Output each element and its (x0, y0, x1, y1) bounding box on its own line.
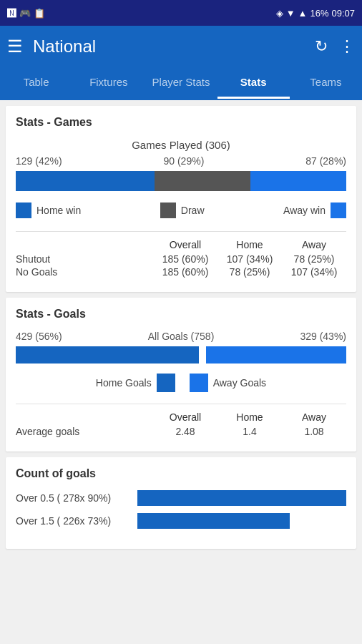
count-over15-label: Over 1.5 ( 226x 73%) (16, 515, 137, 527)
draw-percent: 90 (29%) (163, 155, 204, 167)
count-over15-bar (137, 513, 290, 529)
legend-draw-label: Draw (181, 205, 205, 216)
count-goals-title: Count of goals (16, 467, 346, 480)
shutout-overall: 185 (60%) (153, 253, 217, 265)
legend-away-box (331, 203, 346, 218)
goals-legend-away: Away Goals (190, 374, 266, 392)
goals-legend-away-label: Away Goals (213, 377, 266, 389)
tab-table[interactable]: Table (0, 67, 72, 99)
count-over05-row: Over 0.5 ( 278x 90%) (16, 490, 346, 506)
tab-bar: Table Fixtures Player Stats Stats Teams (0, 67, 362, 100)
network-icon: ▲ (298, 8, 308, 19)
avg-goals-overall: 2.48 (153, 426, 217, 437)
goals-legend: Home Goals Away Goals (16, 374, 346, 392)
goals-header-row: Overall Home Away (16, 411, 346, 423)
stats-goals-title: Stats - Goals (16, 308, 346, 321)
avg-goals-away: 1.08 (282, 426, 346, 437)
tab-stats[interactable]: Stats (217, 67, 290, 99)
home-goals-count: 429 (56%) (16, 331, 62, 342)
count-over15-row: Over 1.5 ( 226x 73%) (16, 513, 346, 529)
tab-fixtures[interactable]: Fixtures (72, 67, 145, 99)
shutout-row: Shutout 185 (60%) 107 (34%) 78 (25%) (16, 253, 346, 265)
legend-away: Away win (283, 203, 346, 218)
all-goals-label: All Goals (758) (148, 331, 215, 342)
app-icon-2: 🎮 (19, 8, 31, 19)
legend-home: Home win (16, 203, 81, 218)
col-home: Home (217, 239, 282, 250)
signal-icon: ◈ (276, 8, 283, 19)
goals-legend-home-box (157, 374, 175, 392)
draw-bar (155, 171, 250, 191)
avg-goals-home: 1.4 (217, 426, 282, 437)
games-played-label: Games Played (306) (16, 139, 346, 151)
count-over05-bar (137, 490, 346, 506)
stats-games-card: Stats - Games Games Played (306) 129 (42… (6, 106, 356, 292)
goals-legend-home: Home Goals (96, 374, 175, 392)
toolbar: ☰ National ↻ ⋮ (0, 26, 362, 67)
app-icon-3: 📋 (34, 8, 45, 19)
more-icon[interactable]: ⋮ (339, 37, 355, 56)
goals-col-away: Away (282, 411, 346, 423)
away-bar (250, 171, 346, 191)
shutout-home: 107 (34%) (217, 253, 282, 265)
avg-goals-label: Average goals (16, 426, 153, 437)
status-right-icons: ◈ ▼ ▲ 16% 09:07 (276, 8, 355, 19)
nogoals-row: No Goals 185 (60%) 78 (25%) 107 (34%) (16, 266, 346, 278)
legend-home-label: Home win (36, 205, 81, 216)
divider-2 (16, 404, 346, 404)
shutout-away: 78 (25%) (282, 253, 346, 265)
avg-goals-row: Average goals 2.48 1.4 1.08 (16, 426, 346, 437)
shutout-table: Overall Home Away Shutout 185 (60%) 107 … (16, 239, 346, 278)
legend-draw-box (160, 203, 176, 218)
time-text: 09:07 (331, 8, 355, 19)
toolbar-actions: ↻ ⋮ (315, 37, 355, 56)
count-over05-label: Over 0.5 ( 278x 90%) (16, 492, 137, 504)
menu-icon[interactable]: ☰ (7, 36, 23, 57)
legend-away-label: Away win (283, 205, 326, 216)
games-bar (16, 171, 346, 191)
games-legend: Home win Draw Away win (16, 203, 346, 218)
col-away: Away (282, 239, 346, 250)
col-overall: Overall (153, 239, 217, 250)
games-percentages-row: 129 (42%) 90 (29%) 87 (28%) (16, 155, 346, 167)
goals-col-home: Home (217, 411, 282, 423)
goals-row-labels: 429 (56%) All Goals (758) 329 (43%) (16, 331, 346, 342)
goals-bar-gap (199, 346, 206, 364)
main-content: Stats - Games Games Played (306) 129 (42… (0, 100, 362, 560)
away-goals-count: 329 (43%) (300, 331, 346, 342)
app-icon-n: 🅽 (7, 8, 16, 19)
nogoals-away: 107 (34%) (282, 266, 346, 278)
wifi-icon: ▼ (286, 8, 295, 19)
nogoals-label: No Goals (16, 266, 153, 278)
away-percent: 87 (28%) (305, 155, 346, 167)
nogoals-home: 78 (25%) (217, 266, 282, 278)
goals-col-overall: Overall (153, 411, 217, 423)
table-header-row: Overall Home Away (16, 239, 346, 250)
tab-player-stats[interactable]: Player Stats (145, 67, 217, 99)
shutout-label: Shutout (16, 253, 153, 265)
goals-legend-away-box (190, 374, 208, 392)
divider-1 (16, 231, 346, 232)
count-over15-bar-container (137, 513, 346, 529)
legend-home-box (16, 203, 31, 218)
status-left-icons: 🅽 🎮 📋 (7, 8, 45, 19)
status-bar: 🅽 🎮 📋 ◈ ▼ ▲ 16% 09:07 (0, 0, 362, 26)
home-percent: 129 (42%) (16, 155, 62, 167)
stats-goals-card: Stats - Goals 429 (56%) All Goals (758) … (6, 298, 356, 452)
goals-legend-home-label: Home Goals (96, 377, 152, 389)
tab-teams[interactable]: Teams (290, 67, 362, 99)
stats-games-title: Stats - Games (16, 116, 346, 129)
refresh-icon[interactable]: ↻ (315, 37, 328, 56)
goals-bar (16, 346, 346, 364)
app-title: National (33, 36, 315, 57)
goals-bar-home (16, 346, 199, 364)
nogoals-overall: 185 (60%) (153, 266, 217, 278)
battery-text: 16% (310, 8, 328, 19)
home-bar (16, 171, 155, 191)
count-goals-card: Count of goals Over 0.5 ( 278x 90%) Over… (6, 457, 356, 549)
goals-bar-away (206, 346, 346, 364)
goals-table: Overall Home Away Average goals 2.48 1.4… (16, 411, 346, 437)
legend-draw: Draw (160, 203, 205, 218)
